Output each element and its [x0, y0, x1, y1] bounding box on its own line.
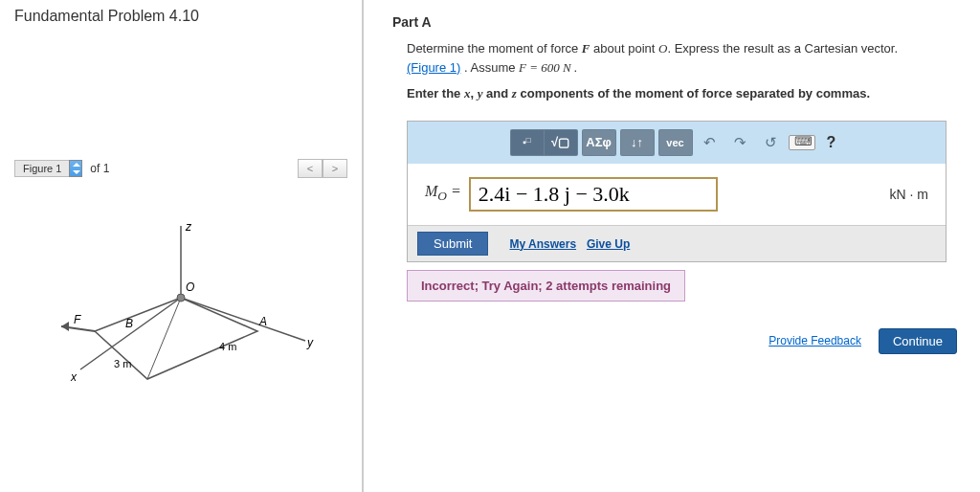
- svg-text:B: B: [125, 317, 133, 330]
- root-button[interactable]: √▢: [545, 130, 577, 155]
- answer-input[interactable]: [469, 177, 718, 212]
- var-M-sub: O: [437, 190, 447, 204]
- arrows-button[interactable]: ↓↑: [621, 130, 654, 155]
- feedback-message: Incorrect; Try Again; 2 attempts remaini…: [407, 270, 685, 302]
- answer-box: ▪□ √▢ ΑΣφ ↓↑ vec ↶ ↷ ↺ ?: [407, 121, 947, 262]
- figure-label: Figure 1: [14, 160, 70, 177]
- instr-seg: Determine the moment of force: [407, 41, 582, 56]
- redo-button[interactable]: ↷: [727, 130, 754, 155]
- var-M: M: [425, 183, 437, 199]
- my-answers-link[interactable]: My Answers: [509, 237, 576, 251]
- undo-button[interactable]: ↶: [697, 130, 724, 155]
- assume-equation: F = 600 N .: [519, 60, 577, 75]
- instr-seg: . Assume: [460, 60, 519, 75]
- problem-title: Fundamental Problem 4.10: [14, 8, 347, 25]
- answer-variable: MO =: [425, 183, 461, 204]
- eq-sign: =: [447, 183, 461, 199]
- svg-marker-12: [61, 322, 69, 331]
- instruction-text: Determine the moment of force F about po…: [407, 39, 961, 103]
- svg-text:F: F: [74, 313, 81, 326]
- svg-text:A: A: [258, 315, 267, 328]
- figure-next-button[interactable]: >: [323, 159, 347, 178]
- figure-diagram: z y x O A B F 3 m 4 m: [14, 216, 347, 408]
- svg-point-7: [177, 294, 185, 302]
- figure-navigation: Figure 1 of 1 < >: [14, 159, 347, 178]
- enter-instruction: Enter the x, y and z components of the m…: [407, 84, 961, 103]
- svg-text:3 m: 3 m: [114, 358, 131, 369]
- vec-button[interactable]: vec: [659, 130, 692, 155]
- keyboard-icon[interactable]: [789, 135, 815, 150]
- figure-stepper[interactable]: [69, 160, 82, 177]
- figure-of-text: of 1: [90, 162, 109, 175]
- submit-button[interactable]: Submit: [417, 232, 488, 256]
- continue-button[interactable]: Continue: [879, 328, 957, 354]
- svg-line-1: [181, 298, 305, 341]
- instr-seg: . Express the result as a Cartesian vect…: [667, 41, 898, 56]
- instr-seg: Enter the: [407, 86, 464, 101]
- svg-text:4 m: 4 m: [219, 341, 236, 352]
- equation-toolbar: ▪□ √▢ ΑΣφ ↓↑ vec ↶ ↷ ↺ ?: [408, 122, 946, 164]
- svg-text:O: O: [186, 280, 194, 294]
- greek-button[interactable]: ΑΣφ: [583, 130, 615, 155]
- instr-seg: about point: [590, 41, 658, 56]
- fraction-button[interactable]: ▪□: [511, 130, 544, 155]
- instr-seg: components of the moment of force separa…: [517, 86, 870, 101]
- give-up-link[interactable]: Give Up: [587, 237, 630, 251]
- instr-seg: and: [482, 86, 511, 101]
- reset-button[interactable]: ↺: [758, 130, 785, 155]
- svg-text:x: x: [70, 370, 78, 384]
- part-label: Part A: [392, 14, 961, 30]
- svg-text:y: y: [306, 336, 314, 349]
- axis-z-label: z: [185, 220, 192, 234]
- help-button[interactable]: ?: [819, 134, 844, 151]
- figure-link[interactable]: (Figure 1): [407, 60, 460, 75]
- figure-prev-button[interactable]: <: [298, 159, 323, 178]
- instr-seg: ,: [470, 86, 477, 101]
- unit-label: kN · m: [890, 187, 928, 202]
- provide-feedback-link[interactable]: Provide Feedback: [768, 334, 861, 347]
